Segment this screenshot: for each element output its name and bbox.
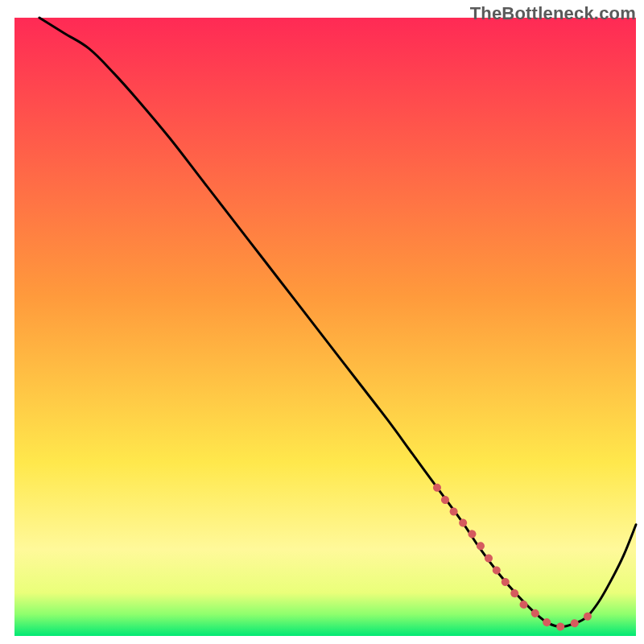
watermark-label: TheBottleneck.com [470, 3, 636, 24]
chart-container: TheBottleneck.com [0, 0, 644, 644]
chart-background [14, 18, 636, 636]
bottleneck-chart [0, 0, 644, 644]
